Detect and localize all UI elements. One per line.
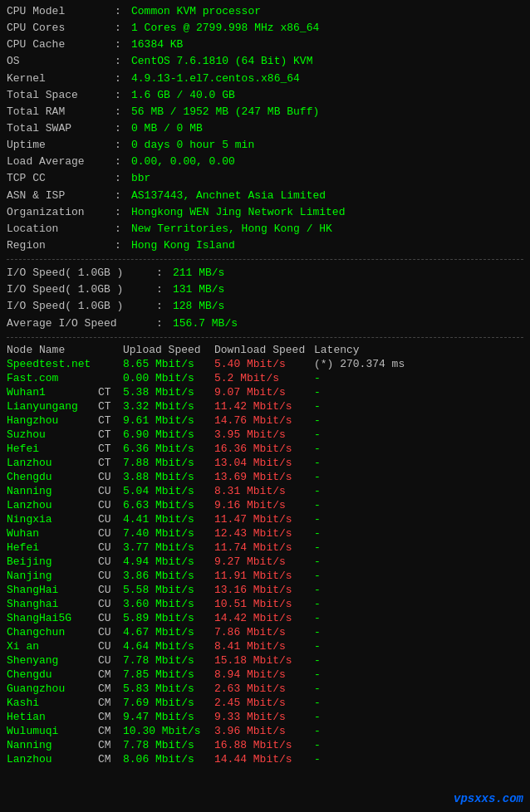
node-name: Changchun xyxy=(7,625,98,639)
load-avg-label: Load Average xyxy=(7,154,115,170)
latency: - xyxy=(314,738,523,752)
download-speed: 14.76 Mbit/s xyxy=(214,413,314,428)
upload-speed: 3.86 Mbit/s xyxy=(123,569,214,583)
latency: - xyxy=(314,498,523,512)
download-speed: 16.88 Mbit/s xyxy=(214,738,314,752)
header-latency: Latency xyxy=(314,343,523,357)
node-isp: CU xyxy=(98,611,123,625)
cpu-cache-row: CPU Cache : 16384 KB xyxy=(7,37,523,53)
node-name: Hefei xyxy=(7,541,98,555)
upload-speed: 7.69 Mbit/s xyxy=(123,696,214,710)
download-speed: 13.16 Mbit/s xyxy=(214,583,314,597)
upload-speed: 7.88 Mbit/s xyxy=(123,456,214,470)
upload-speed: 3.60 Mbit/s xyxy=(123,597,214,611)
node-isp: CU xyxy=(98,583,123,597)
download-speed: 2.63 Mbit/s xyxy=(214,682,314,696)
latency: - xyxy=(314,653,523,668)
table-row: Nanning CU 5.04 Mbit/s 8.31 Mbit/s - xyxy=(7,484,523,498)
table-row: Chengdu CU 3.88 Mbit/s 13.69 Mbit/s - xyxy=(7,470,523,484)
latency: - xyxy=(314,413,523,428)
tcp-cc-label: TCP CC xyxy=(7,170,115,187)
node-name: Hetian xyxy=(7,710,98,724)
table-row: Shenyang CU 7.78 Mbit/s 15.18 Mbit/s - xyxy=(7,653,523,668)
node-isp: CT xyxy=(98,442,123,456)
node-name: Lanzhou xyxy=(7,456,98,470)
speed-table: Node Name Upload Speed Download Speed La… xyxy=(7,343,523,766)
node-name: ShangHai xyxy=(7,583,98,597)
table-row: Chengdu CM 7.85 Mbit/s 8.94 Mbit/s - xyxy=(7,668,523,682)
latency: - xyxy=(314,639,523,653)
node-name: Nanjing xyxy=(7,569,98,583)
node-isp: CU xyxy=(98,498,123,512)
table-row: Changchun CU 4.67 Mbit/s 7.86 Mbit/s - xyxy=(7,625,523,639)
node-name: Shanghai xyxy=(7,597,98,611)
io-value: 211 MB/s xyxy=(173,265,224,281)
region-row: Region : Hong Kong Island xyxy=(7,237,523,254)
table-row: Xi an CU 4.64 Mbit/s 8.41 Mbit/s - xyxy=(7,639,523,653)
upload-speed: 10.30 Mbit/s xyxy=(123,724,214,738)
node-name: Beijing xyxy=(7,555,98,569)
speedtest-section: Node Name Upload Speed Download Speed La… xyxy=(7,343,523,766)
cpu-model-value: Common KVM processor xyxy=(131,3,261,20)
io-section: I/O Speed( 1.0GB ) : 211 MB/s I/O Speed(… xyxy=(7,265,523,332)
cpu-cores-label: CPU Cores xyxy=(7,20,115,37)
total-swap-label: Total SWAP xyxy=(7,120,115,137)
table-row: Wuhan CU 7.40 Mbit/s 12.43 Mbit/s - xyxy=(7,526,523,541)
upload-speed: 6.63 Mbit/s xyxy=(123,498,214,512)
node-isp: CM xyxy=(98,752,123,766)
upload-speed: 9.47 Mbit/s xyxy=(123,710,214,724)
node-name: Chengdu xyxy=(7,470,98,484)
upload-speed: 7.85 Mbit/s xyxy=(123,668,214,682)
download-speed: 8.41 Mbit/s xyxy=(214,639,314,653)
tcp-cc-value: bbr xyxy=(131,170,150,187)
asn-label: ASN & ISP xyxy=(7,188,115,204)
table-row: ShangHai CU 5.58 Mbit/s 13.16 Mbit/s - xyxy=(7,583,523,597)
table-row: Nanjing CU 3.86 Mbit/s 11.91 Mbit/s - xyxy=(7,569,523,583)
cpu-cores-row: CPU Cores : 1 Cores @ 2799.998 MHz x86_6… xyxy=(7,20,523,37)
node-name: Fast.com xyxy=(7,371,98,385)
download-speed: 14.44 Mbit/s xyxy=(214,752,314,766)
location-label: Location xyxy=(7,221,115,237)
node-name: Suzhou xyxy=(7,428,98,442)
node-isp: CT xyxy=(98,399,123,413)
total-space-value: 1.6 GB / 40.0 GB xyxy=(131,87,235,104)
download-speed: 16.36 Mbit/s xyxy=(214,442,314,456)
node-name: Wuhan1 xyxy=(7,385,98,399)
os-value: CentOS 7.6.1810 (64 Bit) KVM xyxy=(131,53,312,70)
total-swap-value: 0 MB / 0 MB xyxy=(131,120,203,137)
table-row: Hangzhou CT 9.61 Mbit/s 14.76 Mbit/s - xyxy=(7,413,523,428)
table-row: Wulumuqi CM 10.30 Mbit/s 3.96 Mbit/s - xyxy=(7,724,523,738)
latency: - xyxy=(314,428,523,442)
kernel-row: Kernel : 4.9.13-1.el7.centos.x86_64 xyxy=(7,71,523,87)
node-name: Lianyungang xyxy=(7,399,98,413)
latency: - xyxy=(314,625,523,639)
node-isp: CM xyxy=(98,668,123,682)
total-ram-row: Total RAM : 56 MB / 1952 MB (247 MB Buff… xyxy=(7,104,523,120)
download-speed: 14.42 Mbit/s xyxy=(214,611,314,625)
download-speed: 3.96 Mbit/s xyxy=(214,724,314,738)
latency: - xyxy=(314,710,523,724)
table-row: Hetian CM 9.47 Mbit/s 9.33 Mbit/s - xyxy=(7,710,523,724)
upload-speed: 4.41 Mbit/s xyxy=(123,512,214,526)
latency: - xyxy=(314,668,523,682)
total-ram-label: Total RAM xyxy=(7,104,115,120)
download-speed: 9.07 Mbit/s xyxy=(214,385,314,399)
latency: - xyxy=(314,385,523,399)
latency: - xyxy=(314,682,523,696)
upload-speed: 3.77 Mbit/s xyxy=(123,541,214,555)
upload-speed: 5.83 Mbit/s xyxy=(123,682,214,696)
node-name: Hangzhou xyxy=(7,413,98,428)
latency: - xyxy=(314,752,523,766)
node-isp: CU xyxy=(98,625,123,639)
node-isp: CT xyxy=(98,413,123,428)
io-label: I/O Speed( 1.0GB ) xyxy=(7,298,156,315)
upload-speed: 8.65 Mbit/s xyxy=(123,357,214,371)
latency: - xyxy=(314,696,523,710)
upload-speed: 5.04 Mbit/s xyxy=(123,484,214,498)
node-isp: CM xyxy=(98,738,123,752)
total-swap-row: Total SWAP : 0 MB / 0 MB xyxy=(7,120,523,137)
latency: - xyxy=(314,583,523,597)
upload-speed: 5.38 Mbit/s xyxy=(123,385,214,399)
node-name: Xi an xyxy=(7,639,98,653)
node-name: Lanzhou xyxy=(7,498,98,512)
